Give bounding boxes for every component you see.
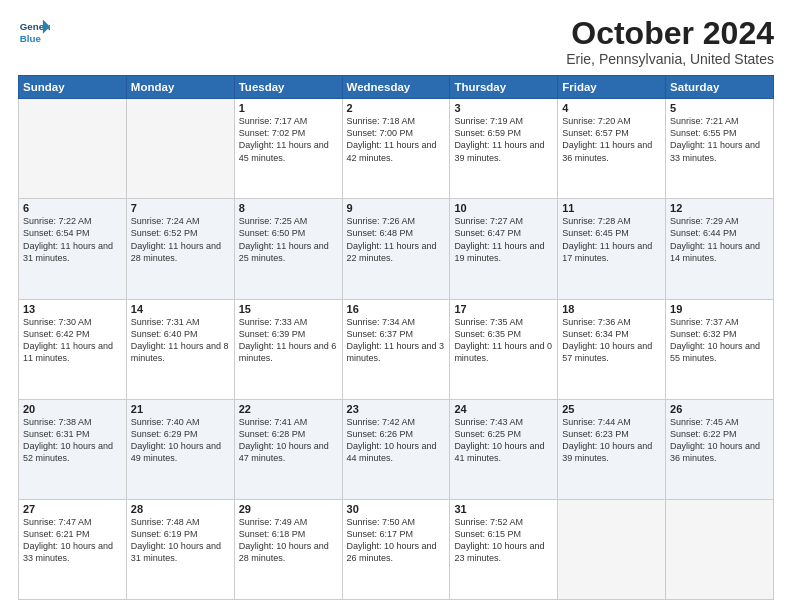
day-info: Sunrise: 7:36 AM Sunset: 6:34 PM Dayligh… [562, 316, 661, 365]
calendar-week-row: 1Sunrise: 7:17 AM Sunset: 7:02 PM Daylig… [19, 99, 774, 199]
calendar-cell: 5Sunrise: 7:21 AM Sunset: 6:55 PM Daylig… [666, 99, 774, 199]
calendar-cell: 3Sunrise: 7:19 AM Sunset: 6:59 PM Daylig… [450, 99, 558, 199]
page: General Blue October 2024 Erie, Pennsylv… [0, 0, 792, 612]
calendar-week-row: 27Sunrise: 7:47 AM Sunset: 6:21 PM Dayli… [19, 499, 774, 599]
day-number: 16 [347, 303, 446, 315]
day-number: 8 [239, 202, 338, 214]
weekday-header-row: SundayMondayTuesdayWednesdayThursdayFrid… [19, 76, 774, 99]
day-info: Sunrise: 7:50 AM Sunset: 6:17 PM Dayligh… [347, 516, 446, 565]
month-title: October 2024 [566, 16, 774, 51]
day-number: 24 [454, 403, 553, 415]
day-number: 17 [454, 303, 553, 315]
weekday-header-monday: Monday [126, 76, 234, 99]
day-number: 18 [562, 303, 661, 315]
day-number: 19 [670, 303, 769, 315]
calendar-cell: 31Sunrise: 7:52 AM Sunset: 6:15 PM Dayli… [450, 499, 558, 599]
day-info: Sunrise: 7:28 AM Sunset: 6:45 PM Dayligh… [562, 215, 661, 264]
calendar-cell: 22Sunrise: 7:41 AM Sunset: 6:28 PM Dayli… [234, 399, 342, 499]
calendar-cell: 13Sunrise: 7:30 AM Sunset: 6:42 PM Dayli… [19, 299, 127, 399]
day-info: Sunrise: 7:43 AM Sunset: 6:25 PM Dayligh… [454, 416, 553, 465]
svg-text:Blue: Blue [20, 33, 42, 44]
logo-icon: General Blue [18, 16, 50, 48]
day-info: Sunrise: 7:24 AM Sunset: 6:52 PM Dayligh… [131, 215, 230, 264]
day-number: 7 [131, 202, 230, 214]
day-info: Sunrise: 7:25 AM Sunset: 6:50 PM Dayligh… [239, 215, 338, 264]
day-number: 15 [239, 303, 338, 315]
day-number: 23 [347, 403, 446, 415]
weekday-header-sunday: Sunday [19, 76, 127, 99]
calendar-cell: 20Sunrise: 7:38 AM Sunset: 6:31 PM Dayli… [19, 399, 127, 499]
day-number: 29 [239, 503, 338, 515]
weekday-header-thursday: Thursday [450, 76, 558, 99]
calendar-cell: 7Sunrise: 7:24 AM Sunset: 6:52 PM Daylig… [126, 199, 234, 299]
day-info: Sunrise: 7:49 AM Sunset: 6:18 PM Dayligh… [239, 516, 338, 565]
day-number: 3 [454, 102, 553, 114]
calendar-cell: 23Sunrise: 7:42 AM Sunset: 6:26 PM Dayli… [342, 399, 450, 499]
day-info: Sunrise: 7:30 AM Sunset: 6:42 PM Dayligh… [23, 316, 122, 365]
day-info: Sunrise: 7:52 AM Sunset: 6:15 PM Dayligh… [454, 516, 553, 565]
day-info: Sunrise: 7:35 AM Sunset: 6:35 PM Dayligh… [454, 316, 553, 365]
day-number: 9 [347, 202, 446, 214]
location: Erie, Pennsylvania, United States [566, 51, 774, 67]
calendar-cell: 11Sunrise: 7:28 AM Sunset: 6:45 PM Dayli… [558, 199, 666, 299]
day-info: Sunrise: 7:48 AM Sunset: 6:19 PM Dayligh… [131, 516, 230, 565]
header: General Blue October 2024 Erie, Pennsylv… [18, 16, 774, 67]
day-number: 4 [562, 102, 661, 114]
calendar-cell: 4Sunrise: 7:20 AM Sunset: 6:57 PM Daylig… [558, 99, 666, 199]
day-number: 5 [670, 102, 769, 114]
day-info: Sunrise: 7:42 AM Sunset: 6:26 PM Dayligh… [347, 416, 446, 465]
calendar-cell: 30Sunrise: 7:50 AM Sunset: 6:17 PM Dayli… [342, 499, 450, 599]
day-number: 22 [239, 403, 338, 415]
day-number: 20 [23, 403, 122, 415]
day-number: 21 [131, 403, 230, 415]
day-info: Sunrise: 7:26 AM Sunset: 6:48 PM Dayligh… [347, 215, 446, 264]
day-info: Sunrise: 7:17 AM Sunset: 7:02 PM Dayligh… [239, 115, 338, 164]
calendar-table: SundayMondayTuesdayWednesdayThursdayFrid… [18, 75, 774, 600]
calendar-cell: 29Sunrise: 7:49 AM Sunset: 6:18 PM Dayli… [234, 499, 342, 599]
day-number: 11 [562, 202, 661, 214]
calendar-cell: 25Sunrise: 7:44 AM Sunset: 6:23 PM Dayli… [558, 399, 666, 499]
weekday-header-friday: Friday [558, 76, 666, 99]
calendar-cell: 10Sunrise: 7:27 AM Sunset: 6:47 PM Dayli… [450, 199, 558, 299]
day-info: Sunrise: 7:47 AM Sunset: 6:21 PM Dayligh… [23, 516, 122, 565]
day-info: Sunrise: 7:20 AM Sunset: 6:57 PM Dayligh… [562, 115, 661, 164]
calendar-cell [19, 99, 127, 199]
day-number: 28 [131, 503, 230, 515]
day-number: 31 [454, 503, 553, 515]
day-number: 25 [562, 403, 661, 415]
calendar-cell: 15Sunrise: 7:33 AM Sunset: 6:39 PM Dayli… [234, 299, 342, 399]
calendar-cell: 18Sunrise: 7:36 AM Sunset: 6:34 PM Dayli… [558, 299, 666, 399]
day-number: 6 [23, 202, 122, 214]
calendar-cell: 2Sunrise: 7:18 AM Sunset: 7:00 PM Daylig… [342, 99, 450, 199]
day-info: Sunrise: 7:34 AM Sunset: 6:37 PM Dayligh… [347, 316, 446, 365]
calendar-cell: 12Sunrise: 7:29 AM Sunset: 6:44 PM Dayli… [666, 199, 774, 299]
day-number: 14 [131, 303, 230, 315]
calendar-cell [126, 99, 234, 199]
day-number: 13 [23, 303, 122, 315]
day-info: Sunrise: 7:41 AM Sunset: 6:28 PM Dayligh… [239, 416, 338, 465]
calendar-cell: 1Sunrise: 7:17 AM Sunset: 7:02 PM Daylig… [234, 99, 342, 199]
day-number: 30 [347, 503, 446, 515]
day-info: Sunrise: 7:31 AM Sunset: 6:40 PM Dayligh… [131, 316, 230, 365]
day-info: Sunrise: 7:27 AM Sunset: 6:47 PM Dayligh… [454, 215, 553, 264]
calendar-cell: 8Sunrise: 7:25 AM Sunset: 6:50 PM Daylig… [234, 199, 342, 299]
day-number: 27 [23, 503, 122, 515]
day-info: Sunrise: 7:38 AM Sunset: 6:31 PM Dayligh… [23, 416, 122, 465]
day-info: Sunrise: 7:33 AM Sunset: 6:39 PM Dayligh… [239, 316, 338, 365]
calendar-cell [666, 499, 774, 599]
calendar-cell [558, 499, 666, 599]
day-info: Sunrise: 7:44 AM Sunset: 6:23 PM Dayligh… [562, 416, 661, 465]
calendar-cell: 14Sunrise: 7:31 AM Sunset: 6:40 PM Dayli… [126, 299, 234, 399]
day-info: Sunrise: 7:18 AM Sunset: 7:00 PM Dayligh… [347, 115, 446, 164]
weekday-header-tuesday: Tuesday [234, 76, 342, 99]
calendar-cell: 27Sunrise: 7:47 AM Sunset: 6:21 PM Dayli… [19, 499, 127, 599]
title-block: October 2024 Erie, Pennsylvania, United … [566, 16, 774, 67]
calendar-cell: 28Sunrise: 7:48 AM Sunset: 6:19 PM Dayli… [126, 499, 234, 599]
day-info: Sunrise: 7:19 AM Sunset: 6:59 PM Dayligh… [454, 115, 553, 164]
day-number: 2 [347, 102, 446, 114]
day-info: Sunrise: 7:40 AM Sunset: 6:29 PM Dayligh… [131, 416, 230, 465]
calendar-cell: 9Sunrise: 7:26 AM Sunset: 6:48 PM Daylig… [342, 199, 450, 299]
day-number: 1 [239, 102, 338, 114]
day-info: Sunrise: 7:21 AM Sunset: 6:55 PM Dayligh… [670, 115, 769, 164]
day-info: Sunrise: 7:29 AM Sunset: 6:44 PM Dayligh… [670, 215, 769, 264]
